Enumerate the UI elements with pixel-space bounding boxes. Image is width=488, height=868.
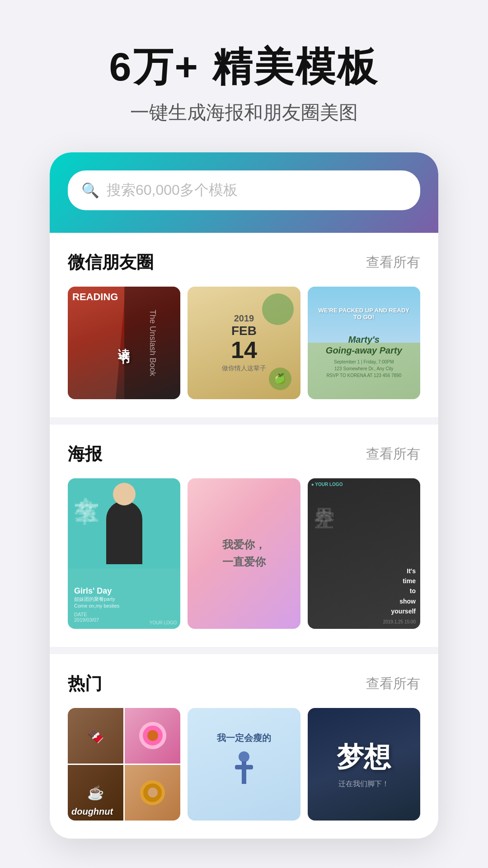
section-wechat: 微信朋友圈 查看所有 读书 The Unslash Book READING: [50, 233, 438, 417]
dream-sub: 迁在我们脚下！: [338, 779, 389, 789]
section-header-wechat: 微信朋友圈 查看所有: [68, 251, 420, 274]
template-card[interactable]: 读书 The Unslash Book READING: [68, 287, 180, 399]
section-more-wechat[interactable]: 查看所有: [366, 253, 420, 272]
template-card[interactable]: 2019 FEB 14 做你情人这辈子 🍏: [188, 287, 300, 399]
dream-text: 梦想: [337, 739, 391, 776]
section-poster: 海报 查看所有 女生节 Girls' D: [50, 425, 438, 646]
template-card[interactable]: WE'RE PACKED UP AND READY TO GO! Marty's…: [308, 287, 420, 399]
feb-year: 2019: [222, 313, 266, 324]
doughnut-cell-2: [125, 708, 180, 764]
template-card[interactable]: 女生节 Girls' Day 姐妹团的聚餐partyCome on,my bes…: [68, 478, 180, 628]
fruit-decoration: 🍏: [269, 368, 291, 390]
divider: [50, 417, 438, 425]
hero-subtitle: 一键生成海报和朋友圈美图: [27, 100, 461, 125]
girlsday-date: DATE2019/03/07: [74, 612, 119, 623]
circle-decoration: [262, 293, 294, 325]
section-more-hot[interactable]: 查看所有: [366, 675, 420, 693]
feb-month: FEB: [222, 324, 266, 338]
coffee-emoji: ☕: [87, 785, 104, 801]
template-card[interactable]: ● YOUR LOGO 空界 It'stimetoshowyourself 20…: [308, 478, 420, 628]
love-text: 我爱你，一直爱你: [222, 536, 266, 571]
space-text: It'stimetoshowyourself: [391, 566, 416, 617]
template-card[interactable]: 我爱你，一直爱你: [188, 478, 300, 628]
search-bar[interactable]: 🔍 搜索60,000多个模板: [68, 170, 420, 210]
pink-doughnut: [139, 722, 166, 749]
space-date: 2019.1.25 15:00: [383, 619, 416, 624]
search-input[interactable]: 搜索60,000多个模板: [107, 180, 238, 200]
party-title: Marty'sGoing-away Party: [316, 334, 412, 356]
motivation-text: 我一定会瘦的: [217, 732, 271, 744]
hot-grid: 🍫 ☕ doughnut: [68, 708, 420, 821]
search-icon: 🔍: [81, 182, 99, 199]
template-card[interactable]: 梦想 迁在我们脚下！: [308, 708, 420, 821]
template-card[interactable]: 🍫 ☕ doughnut: [68, 708, 180, 821]
doughnut-cell-3: ☕ doughnut: [68, 765, 123, 821]
plain-doughnut: [140, 780, 165, 805]
figure-illustration: [230, 751, 258, 797]
poster-grid: 女生节 Girls' Day 姐妹团的聚餐partyCome on,my bes…: [68, 478, 420, 628]
reading-text: 读书: [116, 339, 132, 346]
hero-section: 6万+ 精美模板 一键生成海报和朋友圈美图: [0, 0, 488, 152]
template-card[interactable]: 我一定会瘦的: [188, 708, 300, 821]
section-header-poster: 海报 查看所有: [68, 443, 420, 466]
party-top: WE'RE PACKED UP AND READY TO GO!: [316, 307, 412, 321]
party-details: September 1 | Friday, 7:00PM123 Somewher…: [316, 359, 412, 379]
feb-day: 14: [222, 338, 266, 362]
book-sub: The Unslash Book: [146, 310, 158, 376]
section-title-wechat: 微信朋友圈: [68, 251, 154, 274]
feb-sub: 做你情人这辈子: [222, 364, 266, 373]
reading-label: READING: [72, 291, 118, 303]
space-logo: ● YOUR LOGO: [311, 482, 343, 487]
phone-card: 🔍 搜索60,000多个模板 微信朋友圈 查看所有 读书 The Unslash…: [50, 152, 438, 839]
section-header-hot: 热门 查看所有: [68, 672, 420, 695]
doughnut-cell-1: 🍫: [68, 708, 123, 764]
section-title-poster: 海报: [68, 443, 102, 466]
girlsday-text: Girls' Day 姐妹团的聚餐partyCome on,my besties…: [74, 586, 119, 623]
hero-title: 6万+ 精美模板: [27, 45, 461, 89]
section-more-poster[interactable]: 查看所有: [366, 445, 420, 463]
divider: [50, 647, 438, 654]
wechat-grid: 读书 The Unslash Book READING 2019 FEB 14 …: [68, 287, 420, 399]
love-content: 我爱你，一直爱你: [213, 527, 275, 580]
search-header: 🔍 搜索60,000多个模板: [50, 152, 438, 233]
logo-text: YOUR LOGO: [150, 620, 177, 625]
doughnut-label: doughnut: [71, 807, 113, 817]
section-title-hot: 热门: [68, 672, 102, 695]
food-emoji: 🍫: [87, 728, 104, 744]
section-hot: 热门 查看所有 🍫 ☕ doughnut: [50, 654, 438, 839]
doughnut-cell-4: [125, 765, 180, 821]
